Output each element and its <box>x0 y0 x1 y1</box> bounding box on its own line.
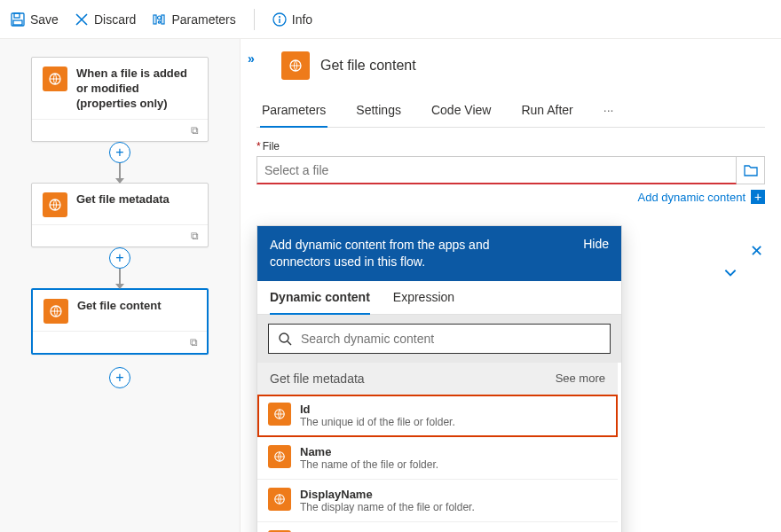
trigger-title: When a file is added or modified (proper… <box>76 66 197 112</box>
info-icon <box>272 12 287 27</box>
dynamic-item-name[interactable]: NameThe name of the file or folder. <box>257 437 618 480</box>
sharepoint-icon <box>43 66 67 91</box>
parameters-button[interactable]: Parameters <box>152 12 235 27</box>
action-card-metadata[interactable]: Get file metadata ⧉ <box>31 183 209 247</box>
dynamic-content-scroll[interactable]: Get file metadata See more IdThe unique … <box>257 363 621 532</box>
tab-more[interactable]: ··· <box>602 96 616 127</box>
add-dynamic-content-link[interactable]: Add dynamic content <box>638 191 746 204</box>
sharepoint-icon <box>268 488 291 511</box>
discard-icon <box>75 12 89 27</box>
collapse-panel-button[interactable]: » <box>248 51 255 66</box>
svg-point-8 <box>279 16 280 18</box>
file-field-label: *File <box>256 140 765 153</box>
svg-rect-9 <box>279 19 280 23</box>
dynamic-content-panel: Add dynamic content from the apps and co… <box>256 225 622 532</box>
close-button[interactable]: ✕ <box>750 241 763 261</box>
details-panel: » Get file content Parameters Settings C… <box>240 39 781 532</box>
toolbar-separator <box>254 9 255 30</box>
info-label: Info <box>292 12 312 27</box>
file-input[interactable] <box>256 156 737 184</box>
panel-title: Get file content <box>320 58 416 74</box>
arrow-icon <box>119 269 121 288</box>
tab-parameters[interactable]: Parameters <box>260 96 327 128</box>
dynamic-item-path[interactable]: PathThe path of the file or folder. <box>257 522 618 532</box>
action-title: Get file content <box>77 299 162 314</box>
action-title: Get file metadata <box>76 192 170 207</box>
dynamic-item-displayname[interactable]: DisplayNameThe display name of the file … <box>257 480 618 522</box>
parameters-icon <box>152 12 166 27</box>
save-label: Save <box>30 12 59 27</box>
svg-rect-2 <box>13 20 22 25</box>
tab-codeview[interactable]: Code View <box>430 96 493 127</box>
save-button[interactable]: Save <box>11 12 59 27</box>
sharepoint-icon <box>268 403 291 426</box>
search-icon <box>278 332 292 346</box>
svg-point-4 <box>158 16 162 20</box>
search-input[interactable] <box>301 332 601 346</box>
link-icon: ⧉ <box>190 336 198 348</box>
add-step-button[interactable]: + <box>109 142 130 163</box>
discard-label: Discard <box>94 12 136 27</box>
tab-runafter[interactable]: Run After <box>519 96 574 127</box>
add-step-button[interactable]: + <box>109 247 130 269</box>
section-title: Get file metadata <box>270 372 365 386</box>
action-card-content[interactable]: Get file content ⧉ <box>31 288 209 355</box>
svg-rect-6 <box>162 15 164 24</box>
tab-expression[interactable]: Expression <box>393 290 454 314</box>
add-dynamic-content-plus[interactable]: + <box>751 190 765 204</box>
sharepoint-icon <box>43 192 67 217</box>
svg-rect-3 <box>154 15 156 24</box>
sharepoint-icon <box>281 51 310 80</box>
svg-point-14 <box>280 333 288 342</box>
add-step-button[interactable]: + <box>109 367 130 388</box>
svg-point-5 <box>159 20 161 22</box>
save-icon <box>11 12 25 27</box>
link-icon: ⧉ <box>191 230 199 242</box>
see-more-link[interactable]: See more <box>556 372 605 386</box>
flow-canvas: When a file is added or modified (proper… <box>0 39 240 532</box>
command-bar: Save Discard Parameters Info <box>0 0 781 39</box>
trigger-card[interactable]: When a file is added or modified (proper… <box>31 57 209 142</box>
tab-dynamic-content[interactable]: Dynamic content <box>270 290 370 315</box>
dynamic-item-id[interactable]: IdThe unique id of the file or folder. <box>257 395 618 437</box>
sharepoint-icon <box>268 445 291 468</box>
dynamic-banner-text: Add dynamic content from the apps and co… <box>270 237 536 270</box>
folder-picker-button[interactable] <box>737 156 765 184</box>
arrow-icon <box>119 163 121 183</box>
link-icon: ⧉ <box>191 124 199 137</box>
panel-tabs: Parameters Settings Code View Run After … <box>256 96 765 128</box>
folder-icon <box>744 164 758 176</box>
tab-settings[interactable]: Settings <box>354 96 403 127</box>
info-button[interactable]: Info <box>272 12 312 27</box>
parameters-label: Parameters <box>171 12 235 27</box>
discard-button[interactable]: Discard <box>75 12 136 27</box>
hide-button[interactable]: Hide <box>583 237 609 251</box>
expand-chevron[interactable] <box>722 264 738 283</box>
svg-rect-1 <box>14 13 20 18</box>
sharepoint-icon <box>43 299 68 324</box>
